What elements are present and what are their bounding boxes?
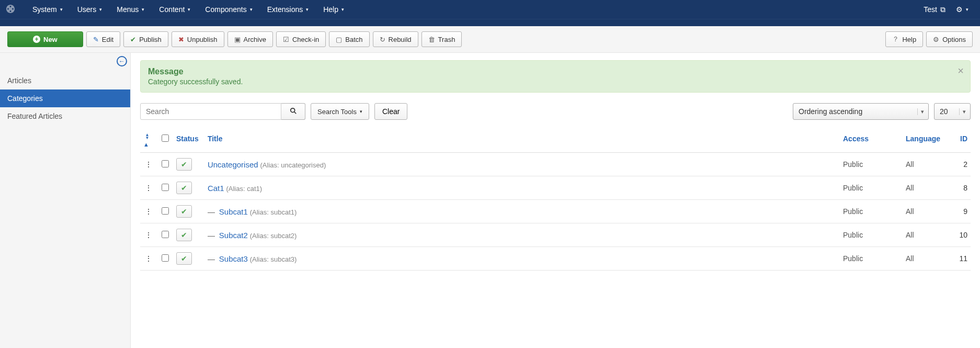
status-toggle[interactable]: ✔ [176,182,192,194]
sidebar: ← ArticlesCategoriesFeatured Articles [0,53,131,348]
title-cell: — Subcat2 (Alias: subcat2) [204,223,840,247]
checkin-button[interactable]: ☑ Check-in [276,31,326,47]
nav-components[interactable]: Components▾ [198,0,259,19]
id-cell: 2 [950,153,971,176]
categories-table: ▲▼ ▲ Status Title Access Language ID ⋮✔U… [140,125,971,271]
archive-button[interactable]: ▣ Archive [227,31,273,47]
category-link[interactable]: Subcat1 [219,207,248,216]
status-toggle[interactable]: ✔ [176,252,192,265]
caret-down-icon: ▾ [142,7,144,12]
drag-handle[interactable]: ⋮ [140,247,157,271]
category-link[interactable]: Uncategorised [208,160,258,169]
caret-down-icon: ▾ [966,7,968,12]
nav-users[interactable]: Users▾ [70,0,110,19]
alert-close-button[interactable]: × [958,65,964,77]
table-row: ⋮✔Uncategorised (Alias: uncategorised)Pu… [140,153,971,176]
access-cell: Public [840,247,903,271]
row-checkbox[interactable] [162,254,169,262]
alert-message: × Message Category successfully saved. [140,60,971,93]
caret-down-icon: ▾ [360,109,362,114]
search-icon [290,107,297,116]
drag-handle[interactable]: ⋮ [140,153,157,176]
row-checkbox[interactable] [162,231,169,238]
col-language[interactable]: Language [903,125,950,153]
category-link[interactable]: Cat1 [208,184,224,193]
sidebar-item-articles[interactable]: Articles [0,72,130,89]
nav-help[interactable]: Help▾ [316,0,351,19]
alert-title: Message [148,67,963,76]
ordering-select[interactable]: Ordering ascending [793,103,929,120]
svg-point-0 [290,108,294,112]
alias-text: (Alias: subcat1) [250,208,297,216]
help-button[interactable]: ？ Help [885,31,923,47]
alias-text: (Alias: cat1) [226,185,262,193]
category-link[interactable]: Subcat3 [219,254,248,263]
sidebar-item-categories[interactable]: Categories [0,89,130,107]
clear-button[interactable]: Clear [374,103,407,120]
row-checkbox[interactable] [162,184,169,191]
title-cell: Cat1 (Alias: cat1) [204,176,840,200]
trash-icon: 🗑 [428,36,435,43]
joomla-logo-icon [6,5,15,15]
col-status[interactable]: Status [173,125,204,153]
alert-body: Category successfully saved. [148,77,963,86]
external-link-icon: ⧉ [940,5,945,14]
search-tools-button[interactable]: Search Tools ▾ [311,103,369,120]
settings-menu[interactable]: ⚙ ▾ [951,0,974,19]
status-toggle[interactable]: ✔ [176,229,192,241]
status-toggle[interactable]: ✔ [176,158,192,171]
nav-extensions[interactable]: Extensions▾ [260,0,316,19]
nav-system[interactable]: System▾ [25,0,70,19]
refresh-icon: ↻ [380,36,385,43]
table-row: ⋮✔— Subcat2 (Alias: subcat2)PublicAll10 [140,223,971,247]
caret-down-icon: ▾ [250,7,253,12]
new-button[interactable]: + New [7,31,83,47]
access-cell: Public [840,153,903,176]
col-checkall[interactable] [157,125,173,153]
archive-icon: ▣ [234,36,241,43]
table-row: ⋮✔— Subcat1 (Alias: subcat1)PublicAll9 [140,200,971,223]
language-cell: All [903,176,950,200]
row-checkbox[interactable] [162,160,169,167]
id-cell: 8 [950,176,971,200]
col-order[interactable]: ▲▼ ▲ [140,125,157,153]
row-checkbox[interactable] [162,207,169,215]
search-button[interactable] [281,103,305,120]
sidebar-item-featured-articles[interactable]: Featured Articles [0,107,130,125]
arrow-left-icon: ← [119,58,125,65]
col-title[interactable]: Title [204,125,840,153]
action-toolbar: + New ✎ Edit ✔ Publish ✖ Unpublish ▣ Arc… [0,26,980,53]
access-cell: Public [840,223,903,247]
subheader-strip [0,19,980,26]
trash-button[interactable]: 🗑 Trash [421,31,462,47]
batch-button[interactable]: ▢ Batch [329,31,369,47]
nav-menus[interactable]: Menus▾ [109,0,152,19]
svg-line-1 [294,111,296,114]
col-access[interactable]: Access [840,125,903,153]
sidebar-collapse-button[interactable]: ← [117,56,127,66]
caret-down-icon: ▾ [188,7,190,12]
nav-content[interactable]: Content▾ [152,0,198,19]
drag-handle[interactable]: ⋮ [140,176,157,200]
frontend-link[interactable]: Test ⧉ [918,0,951,19]
limit-select[interactable]: 20 [934,103,971,120]
drag-handle[interactable]: ⋮ [140,223,157,247]
title-cell: — Subcat1 (Alias: subcat1) [204,200,840,223]
category-link[interactable]: Subcat2 [219,231,248,240]
gear-icon: ⚙ [956,5,963,14]
publish-button[interactable]: ✔ Publish [123,31,168,47]
language-cell: All [903,223,950,247]
pencil-icon: ✎ [93,36,99,43]
access-cell: Public [840,176,903,200]
checkall-checkbox[interactable] [162,134,169,142]
title-cell: — Subcat3 (Alias: subcat3) [204,247,840,271]
status-toggle[interactable]: ✔ [176,205,192,218]
options-button[interactable]: ⚙ Options [926,31,973,47]
edit-button[interactable]: ✎ Edit [86,31,120,47]
rebuild-button[interactable]: ↻ Rebuild [373,31,418,47]
unpublish-button[interactable]: ✖ Unpublish [172,31,224,47]
search-input[interactable] [140,103,281,120]
table-row: ⋮✔— Subcat3 (Alias: subcat3)PublicAll11 [140,247,971,271]
drag-handle[interactable]: ⋮ [140,200,157,223]
col-id[interactable]: ID [950,125,971,153]
